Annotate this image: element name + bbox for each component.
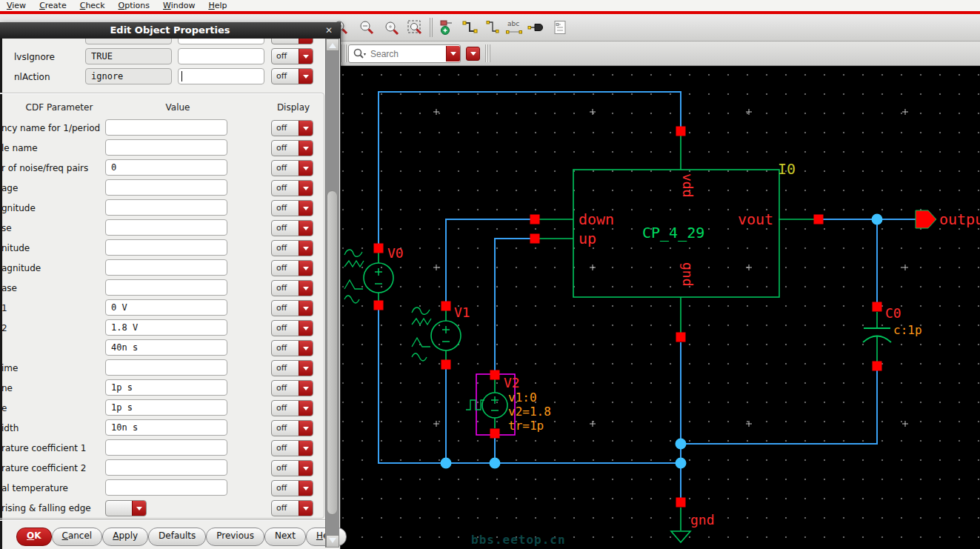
object-properties-button[interactable] [550,18,570,37]
display-dropdown[interactable]: off [271,440,313,456]
cdf-param-row: aseoff [0,279,324,299]
display-dropdown[interactable]: off [271,120,313,136]
schematic-canvas[interactable]: V0 V1 V2 v1:0 v2=1.8 tr=1p I0 CP_4_29 do… [340,65,980,549]
search-dropdown-button[interactable] [446,46,460,61]
display-dropdown[interactable]: off [271,340,313,356]
zoom-out-button[interactable] [356,18,377,37]
display-dropdown[interactable]: off [271,220,313,236]
display-dropdown[interactable]: off [271,400,313,416]
display-dropdown[interactable]: off [271,260,313,276]
display-dropdown[interactable] [105,500,147,516]
cdf-param-value-input[interactable] [105,359,227,376]
cdf-param-value-input[interactable] [105,139,227,156]
net-down-wire[interactable] [446,219,535,306]
display-dropdown[interactable]: off [271,380,313,396]
display-dropdown[interactable]: off [271,180,313,196]
cdf-param-value-input[interactable] [105,119,227,136]
search-options-button[interactable] [466,47,480,61]
display-dropdown[interactable]: off [271,68,313,84]
chevron-down-icon [299,69,313,84]
pin-label-down: down [579,210,614,228]
output-pin[interactable] [916,210,936,228]
cdf-param-value-input[interactable] [105,339,227,356]
label-v2-param3: tr=1p [508,419,544,433]
display-dropdown[interactable]: off [271,300,313,316]
cdf-param-value-input[interactable] [105,319,227,336]
create-instance-button[interactable] [436,18,457,37]
menu-item-check[interactable]: Check [73,1,112,10]
net-up-wire[interactable] [495,239,535,375]
cdf-param-row: ageoff [0,179,324,199]
search-input[interactable] [367,49,446,59]
menu-item-options[interactable]: Options [112,1,156,10]
display-dropdown[interactable]: off [271,48,313,64]
scrollbar-thumb[interactable] [327,190,338,515]
dropdown-value: off [272,161,299,176]
cdf-param-value-input[interactable] [105,439,227,456]
toolbar-grip[interactable] [485,44,490,62]
vsource-v0[interactable] [344,250,393,303]
display-dropdown[interactable]: off [271,320,313,336]
create-wire-name-button[interactable]: abc [504,18,524,37]
dialog-button-row: OKCancelApplyDefaultsPreviousNextHelp [0,528,326,546]
cdf-param-label: ne [1,383,13,393]
component-leads [379,136,877,530]
display-dropdown[interactable]: off [271,200,313,216]
cdf-param-value-input[interactable] [105,279,227,296]
display-dropdown[interactable]: off [271,480,313,496]
dialog-scrollbar[interactable] [325,39,339,548]
display-dropdown[interactable]: off [271,420,313,436]
column-header-parameter: CDF Parameter [15,102,104,113]
cdf-param-value-input[interactable] [105,259,227,276]
cdf-param-value-input[interactable] [105,419,227,436]
toolbar-separator [430,18,434,37]
cdf-param-value-input[interactable] [105,299,227,316]
create-wire-name-icon: abc [504,19,524,36]
defaults-button[interactable]: Defaults [148,528,206,546]
create-pin-button[interactable] [526,18,547,37]
display-dropdown[interactable]: off [271,140,313,156]
dropdown-value [106,501,132,516]
cdf-param-value-input[interactable] [105,459,227,476]
cdf-param-value-input[interactable] [105,219,227,236]
chevron-down-icon [299,121,313,136]
nlaction-input[interactable] [178,68,264,84]
ground-symbol[interactable] [671,531,690,542]
create-wire-button[interactable] [459,18,480,37]
cdf-param-value-input[interactable] [105,199,227,216]
display-dropdown[interactable]: off [271,160,313,176]
cdf-param-value-input[interactable] [105,179,227,196]
lvsignore-input[interactable] [178,48,264,64]
label-v2: V2 [504,375,520,390]
zoom-fit-button[interactable] [404,18,425,37]
menu-item-help[interactable]: Help [201,1,233,10]
previous-button[interactable]: Previous [206,528,264,546]
cdf-param-value-input[interactable] [105,399,227,416]
menu-item-create[interactable]: Create [33,1,73,10]
scroll-up-button[interactable] [326,39,339,51]
display-dropdown[interactable]: off [271,500,313,516]
apply-button[interactable]: Apply [102,528,148,546]
cdf-param-value-input[interactable] [105,159,227,176]
next-button[interactable]: Next [264,528,306,546]
display-dropdown[interactable]: off [271,360,313,376]
cdf-param-value-input[interactable] [105,479,227,496]
cdf-param-value-input[interactable] [105,239,227,256]
cdf-param-value-input[interactable] [105,379,227,396]
net-gnd-wire[interactable] [379,305,877,502]
create-narrow-wire-button[interactable] [481,18,502,37]
cancel-button[interactable]: Cancel [52,528,103,546]
close-icon[interactable]: ✕ [323,22,335,39]
zoom-to-point-button[interactable] [381,18,401,37]
toolbar-grip[interactable] [341,44,347,62]
display-dropdown[interactable]: off [271,460,313,476]
ok-button[interactable]: OK [16,528,52,546]
display-dropdown[interactable]: off [271,240,313,256]
menu-item-view[interactable]: View [0,1,33,10]
display-dropdown[interactable]: off [271,280,313,296]
menu-item-window[interactable]: Window [156,1,201,10]
net-vout-wire[interactable] [819,219,916,307]
cdf-param-label: rature coefficient 2 [1,463,86,473]
dropdown-value: off [272,361,299,376]
scroll-down-button[interactable] [326,535,339,548]
